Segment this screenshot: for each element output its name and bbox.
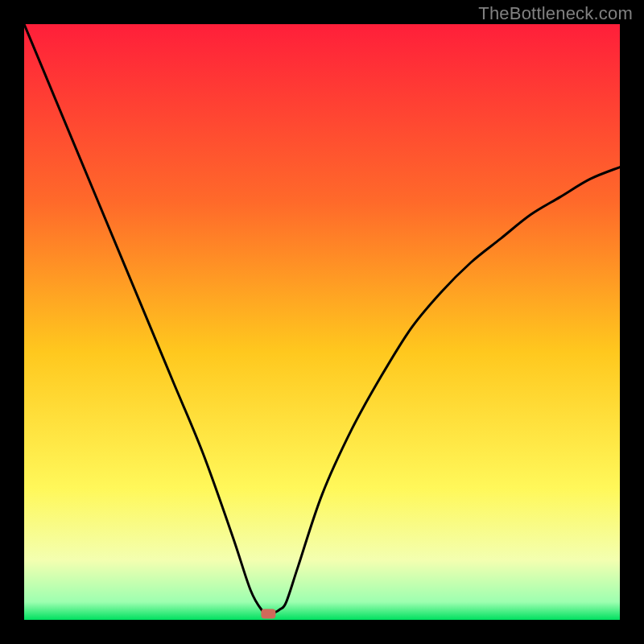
chart-background [24,24,620,620]
minimum-marker [261,609,275,619]
watermark-text: TheBottleneck.com [478,3,633,24]
chart-frame: TheBottleneck.com [0,0,644,644]
bottleneck-chart [24,24,620,620]
